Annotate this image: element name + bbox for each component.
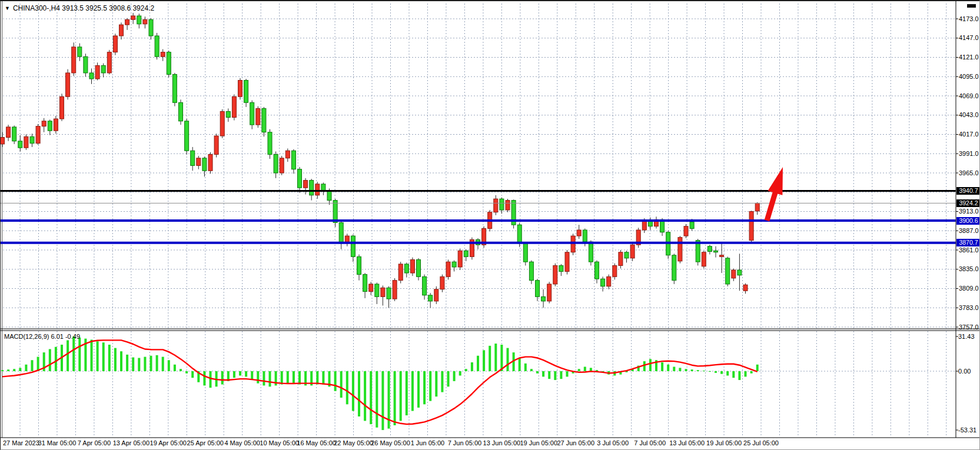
trend-arrow[interactable] xyxy=(765,167,783,221)
candle-bull[interactable] xyxy=(749,212,753,241)
candle-bull[interactable] xyxy=(607,276,611,286)
candle-bull[interactable] xyxy=(256,108,260,125)
candle-bear[interactable] xyxy=(262,108,266,132)
candle-bear[interactable] xyxy=(500,199,504,210)
candle-bull[interactable] xyxy=(553,265,557,284)
candle-bear[interactable] xyxy=(428,295,433,301)
candle-bull[interactable] xyxy=(95,65,99,79)
candle-bear[interactable] xyxy=(274,155,278,173)
candle-bull[interactable] xyxy=(66,73,70,96)
candle-bear[interactable] xyxy=(464,251,468,256)
candle-bear[interactable] xyxy=(542,296,546,301)
candle-bear[interactable] xyxy=(536,281,540,297)
candle-bear[interactable] xyxy=(595,262,599,279)
candle-bull[interactable] xyxy=(369,284,373,292)
candle-bear[interactable] xyxy=(89,73,94,79)
candle-bull[interactable] xyxy=(398,264,403,281)
candle-bear[interactable] xyxy=(48,121,52,131)
candle-bear[interactable] xyxy=(298,169,302,188)
candle-bear[interactable] xyxy=(648,221,652,226)
candle-bull[interactable] xyxy=(446,262,450,276)
candle-bull[interactable] xyxy=(410,259,414,273)
candle-bull[interactable] xyxy=(119,25,124,36)
candle-bear[interactable] xyxy=(738,270,742,275)
candle-bull[interactable] xyxy=(571,236,575,252)
candle-bear[interactable] xyxy=(78,47,82,56)
candle-bear[interactable] xyxy=(452,262,456,267)
candle-bear[interactable] xyxy=(149,19,153,36)
candle-bear[interactable] xyxy=(417,259,421,276)
candle-bear[interactable] xyxy=(404,264,408,273)
candle-bull[interactable] xyxy=(197,158,201,166)
candle-bull[interactable] xyxy=(285,151,290,158)
candle-bull[interactable] xyxy=(494,199,498,212)
candle-bull[interactable] xyxy=(577,230,581,236)
candle-bear[interactable] xyxy=(291,151,295,169)
candle-bull[interactable] xyxy=(214,136,218,154)
candle-bull[interactable] xyxy=(565,252,569,272)
candle-bull[interactable] xyxy=(642,221,646,230)
candle-bull[interactable] xyxy=(619,252,623,266)
chart-canvas[interactable] xyxy=(1,1,980,450)
candle-bear[interactable] xyxy=(250,102,254,125)
candle-bear[interactable] xyxy=(351,236,355,256)
candle-bull[interactable] xyxy=(506,201,510,210)
candle-bear[interactable] xyxy=(714,251,718,252)
candle-bull[interactable] xyxy=(131,16,135,19)
candle-bear[interactable] xyxy=(707,246,712,252)
candle-bear[interactable] xyxy=(333,201,337,223)
candle-bear[interactable] xyxy=(559,265,563,271)
candle-bull[interactable] xyxy=(6,127,11,138)
candle-bear[interactable] xyxy=(167,52,171,75)
candle-bull[interactable] xyxy=(36,126,40,144)
candle-bull[interactable] xyxy=(208,155,212,171)
candle-bull[interactable] xyxy=(161,52,165,57)
candle-bear[interactable] xyxy=(726,258,730,284)
candle-bear[interactable] xyxy=(601,279,605,286)
candle-bear[interactable] xyxy=(327,191,331,200)
candle-bear[interactable] xyxy=(517,225,521,243)
candle-bear[interactable] xyxy=(172,74,177,102)
candle-bull[interactable] xyxy=(1,138,5,144)
candle-bull[interactable] xyxy=(440,276,444,289)
candle-bull[interactable] xyxy=(613,265,617,276)
candle-bear[interactable] xyxy=(202,158,207,171)
candle-bull[interactable] xyxy=(72,47,76,73)
candle-bear[interactable] xyxy=(583,230,587,242)
candle-bear[interactable] xyxy=(18,141,22,148)
candle-bear[interactable] xyxy=(690,222,694,228)
candle-bear[interactable] xyxy=(423,276,427,295)
candle-bull[interactable] xyxy=(232,96,236,117)
candle-bear[interactable] xyxy=(30,136,34,143)
candle-bull[interactable] xyxy=(107,52,111,73)
candle-bear[interactable] xyxy=(357,256,361,274)
candle-bull[interactable] xyxy=(732,270,736,278)
candle-bull[interactable] xyxy=(113,36,117,52)
candle-bear[interactable] xyxy=(185,121,189,151)
candle-bull[interactable] xyxy=(702,252,706,266)
candle-bull[interactable] xyxy=(630,245,634,258)
candle-bull[interactable] xyxy=(434,289,438,301)
candle-bull[interactable] xyxy=(304,181,308,188)
candle-bull[interactable] xyxy=(125,19,129,25)
candle-bear[interactable] xyxy=(624,252,629,258)
candle-bear[interactable] xyxy=(268,132,272,155)
candle-bear[interactable] xyxy=(589,242,593,262)
candle-bull[interactable] xyxy=(24,136,28,148)
candle-bull[interactable] xyxy=(458,251,462,267)
candle-bear[interactable] xyxy=(529,262,533,280)
candle-bear[interactable] xyxy=(12,127,16,141)
candle-bear[interactable] xyxy=(387,288,391,299)
candle-bear[interactable] xyxy=(226,111,230,117)
candle-bear[interactable] xyxy=(672,255,676,281)
candle-bull[interactable] xyxy=(755,203,759,211)
candle-bear[interactable] xyxy=(155,36,159,56)
candle-bear[interactable] xyxy=(191,151,195,165)
candle-bear[interactable] xyxy=(523,244,527,262)
candle-bull[interactable] xyxy=(60,96,64,119)
candle-bull[interactable] xyxy=(280,158,284,173)
chevron-down-icon[interactable]: ▼ xyxy=(5,5,10,11)
candle-bear[interactable] xyxy=(339,222,343,243)
candle-bear[interactable] xyxy=(137,16,141,24)
candle-bear[interactable] xyxy=(375,284,379,296)
